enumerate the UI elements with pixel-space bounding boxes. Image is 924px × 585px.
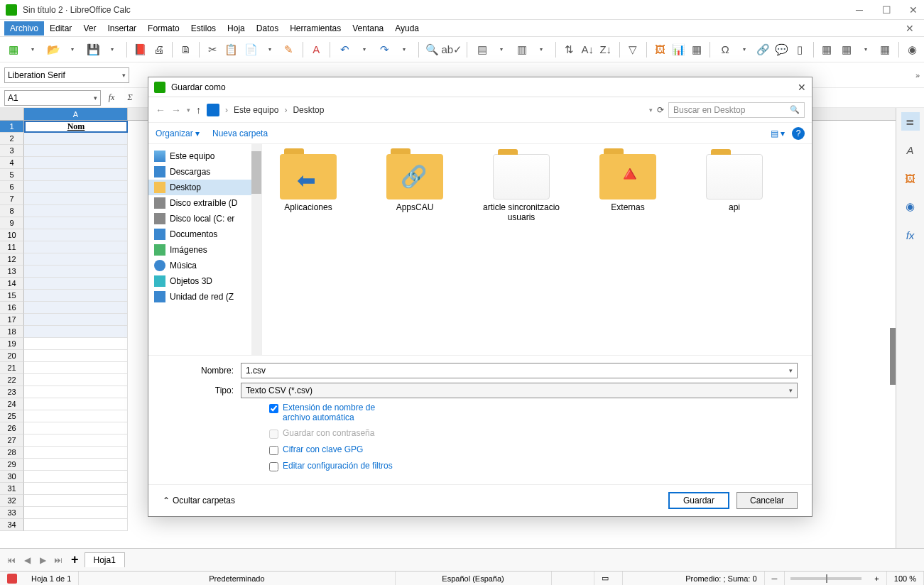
row-header[interactable]: 33	[0, 507, 24, 519]
cell[interactable]	[24, 398, 128, 410]
cell[interactable]	[24, 471, 128, 483]
cell[interactable]	[24, 302, 128, 314]
save-confirm-button[interactable]: Guardar	[668, 492, 729, 509]
tab-nav-next[interactable]: ▶	[36, 553, 50, 567]
row-header[interactable]: 9	[0, 217, 24, 229]
autofilter-button[interactable]: ▽	[625, 40, 641, 59]
checkbox-filter-input[interactable]	[269, 462, 278, 471]
row-header[interactable]: 5	[0, 169, 24, 181]
save-dropdown[interactable]	[102, 40, 121, 59]
checkbox-filter-settings[interactable]: Editar configuración de filtros	[269, 461, 798, 471]
menu-hoja[interactable]: Hoja	[222, 21, 251, 35]
cell[interactable]	[24, 338, 128, 350]
checkbox-auto-extension-input[interactable]	[269, 404, 278, 413]
close-button[interactable]: ✕	[908, 4, 918, 16]
cell[interactable]	[24, 350, 128, 362]
tree-item[interactable]: Unidad de red (Z	[148, 289, 261, 305]
redo-dropdown[interactable]	[394, 40, 413, 59]
cell[interactable]	[24, 266, 128, 278]
cell[interactable]	[24, 290, 128, 302]
cell[interactable]	[24, 145, 128, 157]
column-dropdown[interactable]	[531, 40, 550, 59]
cut-button[interactable]: ✂	[205, 40, 221, 59]
tab-nav-first[interactable]: ⏮	[4, 553, 18, 567]
breadcrumb-desktop[interactable]: Desktop	[293, 105, 324, 115]
nav-back-icon[interactable]: ←	[156, 104, 165, 116]
menu-estilos[interactable]: Estilos	[185, 21, 222, 35]
export-pdf-button[interactable]: 📕	[133, 40, 148, 59]
file-item[interactable]: api	[695, 154, 773, 212]
cell[interactable]	[24, 434, 128, 447]
menu-ventana[interactable]: Ventana	[347, 21, 389, 35]
row-header[interactable]: 18	[0, 326, 24, 338]
checkbox-auto-extension[interactable]: Extensión de nombre de archivo automátic…	[269, 403, 798, 422]
toolbar-overflow-icon[interactable]: »	[915, 71, 920, 80]
zoom-out-button[interactable]: ─	[765, 572, 786, 585]
file-list[interactable]: AplicacionesAppsCAUarticle sincronitzaci…	[262, 144, 812, 355]
tree-item[interactable]: Música	[148, 258, 261, 273]
tree-item[interactable]: Disco local (C: er	[148, 211, 261, 226]
redo-button[interactable]: ↷	[376, 40, 394, 59]
cell[interactable]	[24, 157, 128, 169]
cell[interactable]: Nom	[24, 121, 128, 133]
name-box[interactable]: A1	[4, 90, 101, 106]
menu-ayuda[interactable]: Ayuda	[389, 21, 425, 35]
row-header[interactable]: 19	[0, 338, 24, 350]
status-selection-mode[interactable]: ▭	[594, 572, 623, 585]
sidepanel-functions-button[interactable]: fx	[901, 226, 920, 244]
cell[interactable]	[24, 410, 128, 422]
zoom-value[interactable]: 100 %	[887, 572, 924, 585]
row-header[interactable]: 26	[0, 422, 24, 434]
sort-asc-button[interactable]: A↓	[580, 40, 595, 59]
row-header[interactable]: 1	[0, 121, 24, 133]
spellcheck-button[interactable]: ab✓	[442, 40, 461, 59]
cell[interactable]	[24, 326, 128, 338]
cancel-button[interactable]: Cancelar	[737, 492, 798, 509]
sidepanel-properties-button[interactable]: ≣	[901, 112, 920, 131]
status-insert-mode[interactable]	[552, 572, 594, 585]
cell[interactable]	[24, 241, 128, 253]
pivot-button[interactable]: ▦	[689, 40, 705, 59]
row-header[interactable]: 2	[0, 133, 24, 145]
filetype-select[interactable]: Texto CSV (*.csv)	[241, 383, 798, 398]
row-header[interactable]: 22	[0, 374, 24, 386]
sidepanel-styles-button[interactable]: A	[901, 141, 920, 159]
row-header[interactable]: 31	[0, 483, 24, 495]
special-char-button[interactable]: Ω	[716, 40, 734, 59]
menu-archivo[interactable]: Archivo	[4, 21, 44, 35]
row-header[interactable]: 20	[0, 350, 24, 362]
row-header[interactable]: 11	[0, 241, 24, 253]
organize-button[interactable]: Organizar ▾	[156, 129, 200, 138]
row-header[interactable]: 32	[0, 495, 24, 507]
menu-datos[interactable]: Datos	[251, 21, 284, 35]
cell[interactable]	[24, 495, 128, 507]
dialog-close-icon[interactable]: ✕	[798, 82, 806, 93]
row-header[interactable]: 17	[0, 314, 24, 326]
zoom-in-button[interactable]: +	[867, 572, 886, 585]
file-item[interactable]: Aplicaciones	[269, 154, 347, 212]
row-header[interactable]: 3	[0, 145, 24, 157]
file-item[interactable]: AppsCAU	[376, 154, 454, 212]
open-dropdown[interactable]	[62, 40, 81, 59]
save-button[interactable]: 💾	[84, 40, 102, 59]
row-header[interactable]: 21	[0, 362, 24, 374]
column-button[interactable]: ▥	[513, 40, 531, 59]
tree-item[interactable]: Objetos 3D	[148, 273, 261, 289]
tree-item[interactable]: Descargas	[148, 164, 261, 180]
cell[interactable]	[24, 422, 128, 434]
cell[interactable]	[24, 278, 128, 290]
undo-button[interactable]: ↶	[336, 40, 354, 59]
hide-folders-toggle[interactable]: ⌃ Ocultar carpetas	[163, 496, 235, 505]
breadcrumb-este-equipo[interactable]: Este equipo	[234, 105, 278, 115]
print-button[interactable]: 🖨	[151, 40, 166, 59]
sidepanel-gallery-button[interactable]: 🖼	[901, 169, 920, 187]
find-button[interactable]: 🔍	[425, 40, 440, 59]
paste-dropdown[interactable]	[260, 40, 278, 59]
split-window-button[interactable]: ▦	[877, 40, 893, 59]
sheet-tab-hoja1[interactable]: Hoja1	[85, 552, 125, 567]
file-item[interactable]: Externas	[589, 154, 667, 212]
checkbox-gpg-input[interactable]	[269, 446, 278, 455]
row-header[interactable]: 7	[0, 193, 24, 205]
undo-dropdown[interactable]	[354, 40, 373, 59]
tree-item[interactable]: Documentos	[148, 226, 261, 242]
